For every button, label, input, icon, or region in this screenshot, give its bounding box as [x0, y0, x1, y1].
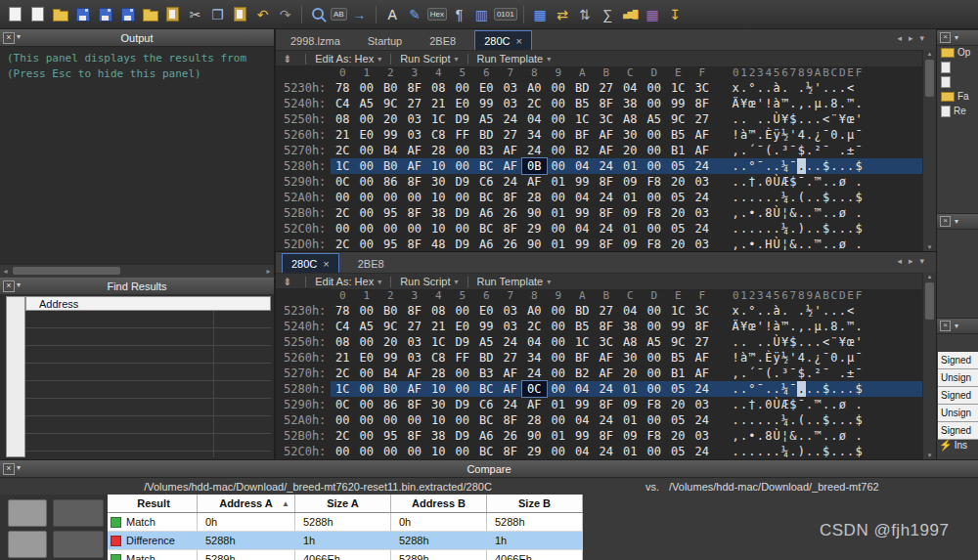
hex-byte[interactable]: 00	[643, 221, 667, 237]
hex-byte[interactable]: 27	[690, 111, 715, 127]
hex-byte[interactable]: B5	[570, 96, 595, 111]
column-header-size-a[interactable]: Size A	[295, 495, 391, 512]
inspector-row[interactable]: Unsign	[938, 405, 978, 422]
hex-byte[interactable]: D9	[451, 111, 475, 127]
hex-byte[interactable]: 8F	[499, 444, 523, 459]
compare-row[interactable]: Match5289h4066Eh5289h4066Eh	[108, 550, 583, 560]
hex-byte[interactable]: 01	[618, 444, 643, 459]
hex-byte[interactable]: 10	[426, 190, 451, 205]
hex-byte[interactable]: 99	[474, 96, 499, 111]
hex-byte[interactable]: AF	[522, 397, 547, 412]
hex-row[interactable]: 52B0h:2C00958F38D9A6269001998F09F82003,.…	[276, 428, 923, 444]
hex-byte[interactable]: 21	[331, 350, 355, 366]
hex-byte[interactable]: 04	[522, 111, 547, 127]
hex-byte[interactable]: 01	[547, 174, 571, 190]
hex-row[interactable]: 52B0h:2C00958F38D9A6269001998F09F82003,.…	[276, 205, 923, 221]
tab-2BE8[interactable]: 2BE8	[421, 32, 465, 50]
scrollbar-thumb[interactable]	[925, 60, 934, 97]
hex-byte[interactable]: 27	[595, 303, 619, 319]
chevron-down-icon[interactable]: ▾	[955, 322, 958, 330]
hex-byte[interactable]: 09	[618, 397, 643, 412]
hex-byte[interactable]: E0	[355, 127, 379, 143]
run-script-dropdown[interactable]: Run Script ▾	[400, 276, 458, 287]
hex-byte[interactable]: 3C	[595, 334, 619, 350]
tab-scroll-right-icon[interactable]: ▸	[909, 256, 913, 266]
hex-byte[interactable]: 27	[595, 80, 619, 96]
hex-byte[interactable]: 04	[618, 80, 643, 96]
hex-byte[interactable]: B5	[570, 319, 595, 334]
hex-byte[interactable]: 1C	[570, 111, 595, 127]
hex-byte[interactable]: 04	[570, 381, 595, 397]
hex-byte[interactable]: 03	[499, 96, 523, 111]
hex-byte[interactable]: 30	[618, 127, 643, 143]
process-icon[interactable]: ↧	[665, 4, 686, 24]
hex-byte[interactable]: 01	[547, 205, 571, 221]
hex-byte[interactable]: 2C	[331, 143, 355, 158]
tree-item-Op[interactable]: Op	[937, 45, 978, 60]
hex-byte[interactable]: 8F	[595, 205, 619, 221]
hex-byte[interactable]: 00	[643, 96, 667, 111]
hex-byte[interactable]: AF	[595, 366, 619, 381]
hex-row[interactable]: 5280h:1C00B0AF1000BCAF0C00042401000524..…	[276, 381, 923, 397]
hex-row[interactable]: 52A0h:000000001000BC8F2800042401000524..…	[276, 412, 923, 428]
hex-byte[interactable]: 00	[451, 366, 475, 381]
hex-byte[interactable]: AF	[403, 158, 427, 174]
hex-byte[interactable]: 8F	[595, 174, 619, 190]
hex-byte[interactable]: 30	[426, 397, 451, 412]
hex-byte[interactable]: BC	[474, 381, 499, 397]
hex-byte[interactable]: A5	[355, 96, 379, 111]
hex-byte[interactable]: 00	[403, 221, 427, 237]
column-mode-icon[interactable]: ▥	[471, 4, 492, 24]
find-result-row[interactable]	[25, 328, 271, 346]
hex-byte[interactable]: 27	[499, 127, 523, 143]
hex-byte[interactable]: FF	[451, 127, 475, 143]
hex-byte[interactable]: 03	[690, 174, 715, 190]
hex-byte[interactable]: 24	[595, 221, 619, 237]
hex-byte[interactable]: 1C	[426, 334, 451, 350]
hex-byte[interactable]: 8F	[403, 397, 427, 412]
hex-byte[interactable]: 04	[522, 334, 547, 350]
find-next-icon[interactable]: AB	[331, 8, 347, 21]
hex-byte[interactable]: 34	[522, 350, 547, 366]
hex-byte[interactable]: AF	[403, 366, 427, 381]
hex-byte[interactable]: 8F	[403, 205, 427, 221]
hex-byte[interactable]: 00	[378, 412, 403, 428]
column-header-address-a[interactable]: Address A▲	[198, 495, 295, 512]
hex-byte[interactable]: B3	[474, 143, 499, 158]
hex-byte[interactable]: A8	[618, 334, 643, 350]
hex-byte[interactable]: A5	[474, 111, 499, 127]
run-script-dropdown[interactable]: Run Script ▾	[400, 53, 458, 65]
edit-pencil-icon[interactable]: ✎	[405, 4, 425, 24]
hex-byte[interactable]: 24	[690, 412, 715, 428]
hex-byte[interactable]: 8F	[499, 221, 523, 237]
hex-byte[interactable]: 04	[570, 221, 595, 237]
vertical-scrollbar[interactable]: ▴ ▾	[922, 50, 936, 251]
hex-byte[interactable]: 00	[331, 190, 355, 205]
hex-byte[interactable]: 00	[355, 428, 379, 444]
inspector-tab[interactable]: ⚡ Ins	[939, 439, 967, 452]
hex-grid[interactable]: 0123456789ABCDEF0123456789ABCDEF 5230h:7…	[276, 288, 923, 459]
hex-row[interactable]: 5290h:0C00868F30D9C624AF01998F09F82003..…	[276, 174, 923, 190]
hex-byte[interactable]: C8	[426, 127, 451, 143]
compare-row[interactable]: Match0h5288h0h5288h	[108, 513, 583, 532]
hex-row[interactable]: 5230h:7800B08F0800E003A000BD2704001C3Cx.…	[276, 80, 923, 96]
import-export-icon[interactable]: ⇄	[553, 4, 573, 24]
hex-byte[interactable]: 99	[378, 127, 403, 143]
hex-byte[interactable]: 00	[355, 80, 379, 96]
hex-byte[interactable]: 08	[331, 111, 355, 127]
hex-byte[interactable]: 24	[499, 111, 523, 127]
hex-byte[interactable]: 95	[378, 237, 403, 251]
hex-byte[interactable]: 2C	[331, 366, 355, 381]
hex-row[interactable]: 5250h:080020031CD9A52404001C3CA8A59C27..…	[276, 334, 923, 350]
edit-as-dropdown[interactable]: Edit As: Hex ▾	[315, 53, 381, 65]
hex-byte[interactable]: 99	[570, 237, 595, 251]
hex-byte[interactable]: 1C	[331, 158, 355, 174]
hex-byte[interactable]: 20	[378, 334, 403, 350]
hex-byte[interactable]: 21	[426, 319, 451, 334]
scroll-to-cursor-icon[interactable]: ⇟	[283, 53, 291, 65]
chevron-down-icon[interactable]: ▾	[955, 217, 958, 226]
hex-byte[interactable]: 24	[690, 221, 715, 237]
hex-byte[interactable]: 00	[547, 96, 571, 111]
hex-byte[interactable]: 03	[403, 127, 427, 143]
hex-byte[interactable]: 8F	[595, 319, 619, 334]
